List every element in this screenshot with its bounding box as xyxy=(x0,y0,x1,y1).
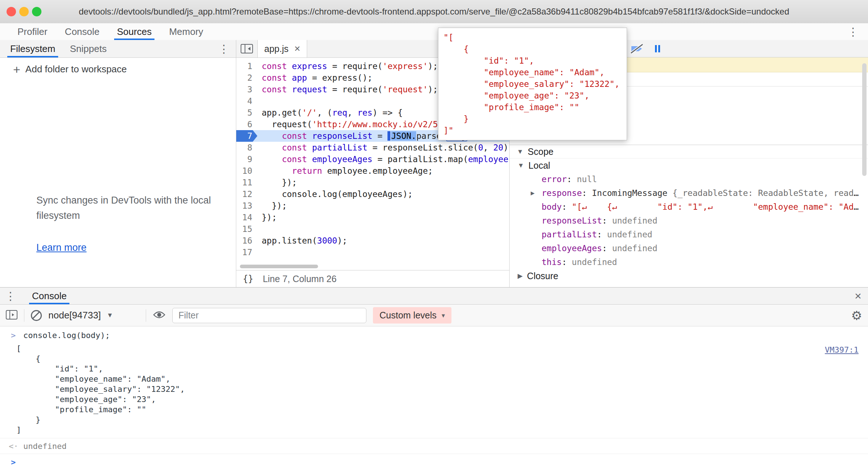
toolbar-divider xyxy=(24,309,24,322)
code-token: ) => { xyxy=(373,108,403,117)
line-number[interactable]: 15 xyxy=(236,223,257,235)
navigator-kebab-icon[interactable]: ⋮ xyxy=(215,40,233,57)
learn-more-link[interactable]: Learn more xyxy=(36,242,87,253)
tab-console[interactable]: Console xyxy=(56,23,108,40)
pause-on-exceptions-icon[interactable] xyxy=(652,43,663,56)
tab-filesystem[interactable]: Filesystem xyxy=(3,40,63,57)
scope-variable-error[interactable]: error: null xyxy=(510,172,868,186)
code-token: console.log(employeeAges); xyxy=(262,189,413,199)
horizontal-scrollbar[interactable] xyxy=(240,265,318,268)
code-text: const partialList = responseList.slice(0… xyxy=(257,142,509,153)
pretty-print-button[interactable]: {} xyxy=(243,274,253,284)
code-line: 11 }); xyxy=(236,177,509,188)
main-menu-kebab-icon[interactable]: ⋮ xyxy=(843,23,863,40)
scope-variable-response[interactable]: ▶response: IncomingMessage {_readableSta… xyxy=(510,186,868,200)
code-token: = require( xyxy=(327,61,382,71)
chevron-right-icon[interactable]: ▶ xyxy=(518,272,523,280)
tab-snippets[interactable]: Snippets xyxy=(63,40,114,57)
code-text: console.log(employeeAges); xyxy=(257,188,413,200)
line-number[interactable]: 14 xyxy=(236,212,257,223)
scope-section-header[interactable]: ▼ Scope xyxy=(510,145,868,158)
scope-variable-responseList[interactable]: responseList: undefined xyxy=(510,214,868,228)
plus-icon: + xyxy=(13,65,20,74)
hide-navigator-icon[interactable] xyxy=(236,40,257,57)
line-number[interactable]: 7 xyxy=(236,130,257,142)
console-command: >console.log(body); xyxy=(0,326,868,342)
scope-section-closure[interactable]: ▶Closure xyxy=(510,269,868,283)
code-token: = partialList.map( xyxy=(373,154,468,164)
code-token: }); xyxy=(262,178,297,187)
line-number[interactable]: 6 xyxy=(236,118,257,130)
code-token: employee.employeeAge; xyxy=(322,166,433,176)
code-line: 10 return employee.employeeAge; xyxy=(236,165,509,177)
variable-value: "[↵ {↵ "id": "1",↵ "employee_name": "Ada… xyxy=(572,202,868,212)
scope-pane: ▼ Scope ▼Localerror: null▶response: Inco… xyxy=(510,145,868,287)
scope-variable-partialList[interactable]: partialList: undefined xyxy=(510,228,868,241)
line-number[interactable]: 13 xyxy=(236,200,257,212)
line-number[interactable]: 16 xyxy=(236,235,257,246)
console-tab-bar: ⋮ Console × xyxy=(0,288,868,305)
scope-section-local[interactable]: ▼Local xyxy=(510,158,868,172)
scope-variable-employeeAges[interactable]: employeeAges: undefined xyxy=(510,241,868,255)
code-token: ); xyxy=(428,61,438,71)
tab-profiler[interactable]: Profiler xyxy=(9,23,56,40)
clear-console-icon[interactable] xyxy=(31,310,42,321)
close-tab-icon[interactable]: × xyxy=(294,43,300,55)
add-folder-button[interactable]: + Add folder to workspace xyxy=(0,64,236,75)
code-text: app.listen(3000); xyxy=(257,235,347,246)
chevron-down-icon: ▼ xyxy=(517,148,523,156)
line-number[interactable]: 12 xyxy=(236,188,257,200)
tab-sources[interactable]: Sources xyxy=(108,23,160,40)
source-link[interactable]: VM397:1 xyxy=(825,345,859,355)
code-line: 13 }); xyxy=(236,200,509,212)
code-token: const xyxy=(282,154,312,164)
chevron-down-icon[interactable]: ▼ xyxy=(518,162,524,169)
minimize-window-button[interactable] xyxy=(19,7,29,16)
code-line: 15 xyxy=(236,223,509,235)
zoom-window-button[interactable] xyxy=(32,7,41,16)
scope-title: Scope xyxy=(528,146,554,157)
line-number[interactable]: 3 xyxy=(236,84,257,95)
code-token: app.get( xyxy=(262,108,302,117)
custom-levels-dropdown[interactable]: Custom levels ▾ xyxy=(373,307,451,324)
line-number[interactable]: 4 xyxy=(236,95,257,107)
drawer-kebab-icon[interactable]: ⋮ xyxy=(5,288,16,304)
code-token: ) xyxy=(503,143,509,152)
editor-tab-appjs[interactable]: app.js × xyxy=(257,40,307,57)
console-settings-gear-icon[interactable]: ⚙ xyxy=(851,308,862,323)
code-token: express xyxy=(292,61,327,71)
console-filter-input[interactable] xyxy=(172,308,366,323)
close-window-button[interactable] xyxy=(7,7,16,16)
variable-name: this xyxy=(542,257,562,267)
console-prompt[interactable]: > xyxy=(0,454,868,470)
navigator-panel: Filesystem Snippets ⋮ + Add folder to wo… xyxy=(0,40,236,287)
scope-section-label: Closure xyxy=(527,271,558,281)
scope-variable-this[interactable]: this: undefined xyxy=(510,255,868,269)
live-expression-eye-icon[interactable] xyxy=(153,310,166,321)
popup-line: "employee_salary": "12322", xyxy=(443,78,622,90)
scope-variable-body[interactable]: body: "[↵ {↵ "id": "1",↵ "employee_name"… xyxy=(510,200,868,214)
line-number[interactable]: 17 xyxy=(236,246,257,258)
line-number[interactable]: 2 xyxy=(236,72,257,84)
variable-value: undefined xyxy=(612,216,658,225)
line-number[interactable]: 9 xyxy=(236,153,257,165)
line-number[interactable]: 5 xyxy=(236,107,257,118)
code-text: const employeeAges = partialList.map(emp… xyxy=(257,153,509,165)
variable-name: responseList xyxy=(542,216,602,225)
code-token: ); xyxy=(337,236,347,245)
variable-name: error xyxy=(542,174,567,184)
line-number[interactable]: 8 xyxy=(236,142,257,153)
line-number[interactable]: 1 xyxy=(236,60,257,72)
execution-context-select[interactable]: node[94733] ▼ xyxy=(48,310,139,321)
chevron-right-icon[interactable]: ▶ xyxy=(531,186,535,200)
tab-memory[interactable]: Memory xyxy=(160,23,212,40)
close-drawer-icon[interactable]: × xyxy=(855,288,861,304)
sidebar-scrollbar[interactable] xyxy=(862,63,867,176)
line-number[interactable]: 11 xyxy=(236,177,257,188)
deactivate-breakpoints-icon[interactable] xyxy=(630,43,644,56)
console-sidebar-toggle-icon[interactable] xyxy=(6,310,17,321)
code-token: const xyxy=(262,85,292,94)
line-number[interactable]: 10 xyxy=(236,165,257,177)
tab-console-drawer[interactable]: Console xyxy=(25,288,73,304)
code-token: = express(); xyxy=(307,73,373,83)
